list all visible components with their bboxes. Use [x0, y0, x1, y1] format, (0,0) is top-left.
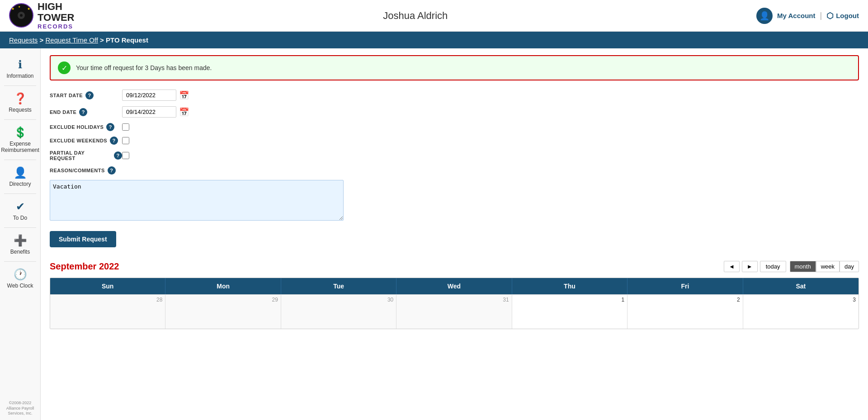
sidebar-item-todo[interactable]: ✔ To Do — [0, 195, 40, 227]
sidebar-divider-3 — [4, 160, 36, 160]
sidebar-label-benefits: Benefits — [10, 249, 30, 255]
logo-icon: ★ ★ ★ — [9, 3, 34, 28]
cal-header-tue: Tue — [281, 278, 396, 294]
sidebar-item-expense[interactable]: 💲 Expense Reimbursement — [0, 121, 40, 159]
sidebar-label-information: Information — [6, 73, 33, 79]
cal-cell-1: 1 — [512, 295, 627, 329]
success-message: Your time off request for 3 Days has bee… — [76, 64, 212, 71]
exclude-holidays-label: Exclude Holidays ? — [50, 123, 122, 131]
logo-text: HIGH TOWER RECORDS — [38, 1, 74, 30]
calendar-today-button[interactable]: today — [760, 261, 786, 272]
success-banner: ✓ Your time off request for 3 Days has b… — [50, 55, 859, 80]
partial-day-input-group — [122, 152, 129, 159]
end-date-help-icon[interactable]: ? — [79, 108, 87, 116]
logo-line3: RECORDS — [38, 24, 74, 30]
cal-cell-29: 29 — [165, 295, 281, 329]
cal-header-sat: Sat — [743, 278, 859, 294]
end-date-input-group: 📅 — [122, 106, 189, 118]
end-date-row: End Date ? 📅 — [50, 106, 859, 118]
success-check-icon: ✓ — [58, 61, 71, 74]
sidebar-item-information[interactable]: ℹ Information — [0, 53, 40, 85]
calendar-view-month-button[interactable]: month — [790, 261, 816, 272]
exclude-holidays-row: Exclude Holidays ? — [50, 123, 859, 131]
partial-day-row: Partial Day Request ? — [50, 150, 859, 161]
calendar-prev-button[interactable]: ◄ — [724, 261, 740, 272]
content-area: ✓ Your time off request for 3 Days has b… — [41, 48, 868, 420]
submit-request-button[interactable]: Submit Request — [50, 231, 116, 247]
end-date-label: End Date ? — [50, 108, 122, 116]
logo-line2: TOWER — [38, 12, 74, 23]
calendar-view-week-button[interactable]: week — [816, 261, 840, 272]
reason-textarea[interactable]: Vacation — [50, 180, 344, 221]
svg-text:★: ★ — [18, 5, 20, 8]
end-date-calendar-icon[interactable]: 📅 — [179, 107, 189, 117]
exclude-holidays-help-icon[interactable]: ? — [106, 123, 114, 131]
exclude-holidays-checkbox[interactable] — [122, 123, 129, 131]
cal-cell-3: 3 — [743, 295, 859, 329]
reason-label: Reason/Comments ? — [50, 166, 122, 175]
start-date-input-group: 📅 — [122, 90, 189, 101]
exclude-weekends-checkbox[interactable] — [122, 137, 129, 144]
calendar-next-button[interactable]: ► — [742, 261, 758, 272]
cal-cell-31: 31 — [396, 295, 512, 329]
start-date-calendar-icon[interactable]: 📅 — [179, 90, 189, 100]
requests-icon: ❓ — [14, 92, 27, 105]
my-account-link[interactable]: My Account — [777, 12, 815, 19]
sidebar-item-directory[interactable]: 👤 Directory — [0, 161, 40, 193]
logout-button[interactable]: ⬡ Logout — [826, 11, 859, 21]
information-icon: ℹ — [18, 58, 22, 71]
calendar-days-header: Sun Mon Tue Wed Thu Fri Sat — [50, 278, 859, 294]
sidebar-divider-6 — [4, 261, 36, 262]
sidebar-label-todo: To Do — [13, 215, 27, 221]
partial-day-label: Partial Day Request ? — [50, 150, 122, 161]
cal-cell-30: 30 — [281, 295, 396, 329]
logout-icon: ⬡ — [826, 11, 834, 21]
pto-form: Start Date ? 📅 End Date ? 📅 — [50, 90, 859, 222]
exclude-weekends-row: Exclude Weekends ? — [50, 137, 859, 145]
user-name: Joshua Aldrich — [383, 10, 448, 22]
main-layout: ℹ Information ❓ Requests 💲 Expense Reimb… — [0, 48, 868, 420]
calendar-view-day-button[interactable]: day — [840, 261, 859, 272]
start-date-input[interactable] — [122, 90, 176, 101]
logo-line1: HIGH — [38, 1, 74, 12]
sidebar: ℹ Information ❓ Requests 💲 Expense Reimb… — [0, 48, 41, 420]
sidebar-divider-1 — [4, 85, 36, 86]
partial-day-help-icon[interactable]: ? — [114, 151, 122, 160]
expense-icon: 💲 — [14, 126, 27, 139]
sidebar-divider-5 — [4, 227, 36, 228]
pipe-divider: | — [820, 11, 822, 20]
sidebar-divider-2 — [4, 119, 36, 120]
sidebar-item-benefits[interactable]: ➕ Benefits — [0, 229, 40, 260]
sidebar-label-webclock: Web Clock — [7, 283, 33, 289]
breadcrumb: Requests > Request Time Off > PTO Reques… — [9, 36, 859, 44]
avatar: 👤 — [756, 8, 773, 24]
cal-header-mon: Mon — [165, 278, 281, 294]
sidebar-item-webclock[interactable]: 🕐 Web Clock — [0, 263, 40, 294]
partial-day-checkbox[interactable] — [122, 152, 129, 159]
exclude-holidays-input-group — [122, 123, 129, 131]
nav-bar: Requests > Request Time Off > PTO Reques… — [0, 32, 868, 48]
todo-icon: ✔ — [16, 200, 25, 213]
start-date-help-icon[interactable]: ? — [85, 91, 94, 99]
sidebar-label-directory: Directory — [9, 181, 31, 187]
svg-point-2 — [20, 14, 23, 17]
cal-header-fri: Fri — [627, 278, 743, 294]
calendar-header: September 2022 ◄ ► today month week day — [50, 261, 859, 272]
cal-cell-28: 28 — [50, 295, 165, 329]
end-date-input[interactable] — [122, 106, 176, 118]
sidebar-label-requests: Requests — [9, 107, 32, 113]
breadcrumb-sep1: > — [40, 36, 46, 44]
reason-help-icon[interactable]: ? — [108, 166, 116, 175]
exclude-weekends-help-icon[interactable]: ? — [110, 137, 118, 145]
calendar-grid: Sun Mon Tue Wed Thu Fri Sat 28 29 30 31 … — [50, 278, 859, 329]
cal-cell-2: 2 — [627, 295, 743, 329]
exclude-weekends-input-group — [122, 137, 129, 144]
calendar-section: September 2022 ◄ ► today month week day — [50, 261, 859, 329]
sidebar-item-requests[interactable]: ❓ Requests — [0, 87, 40, 118]
exclude-weekends-label: Exclude Weekends ? — [50, 137, 122, 145]
breadcrumb-request-time-off[interactable]: Request Time Off — [45, 36, 98, 44]
svg-text:★: ★ — [11, 7, 14, 11]
breadcrumb-sep2: > — [100, 36, 106, 44]
breadcrumb-requests[interactable]: Requests — [9, 36, 38, 44]
calendar-row-1: 28 29 30 31 1 2 3 — [50, 294, 859, 329]
